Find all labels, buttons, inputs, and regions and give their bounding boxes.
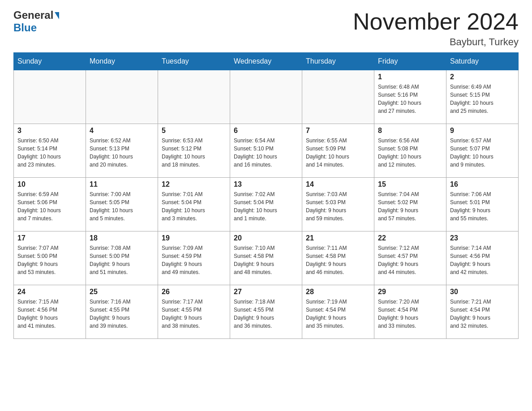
day-info: Sunrise: 6:52 AM Sunset: 5:13 PM Dayligh… [90,137,154,169]
day-number: 17 [17,234,82,242]
month-title: November 2024 [353,9,519,34]
day-info: Sunrise: 7:19 AM Sunset: 4:54 PM Dayligh… [306,298,370,330]
day-info: Sunrise: 7:06 AM Sunset: 5:01 PM Dayligh… [450,190,515,223]
calendar-cell [158,70,230,124]
day-number: 16 [450,180,515,188]
day-info: Sunrise: 7:07 AM Sunset: 5:00 PM Dayligh… [17,244,82,276]
weekday-header-monday: Monday [86,53,158,70]
day-info: Sunrise: 7:15 AM Sunset: 4:56 PM Dayligh… [17,298,82,330]
day-number: 9 [450,127,515,135]
day-number: 25 [90,288,154,296]
day-info: Sunrise: 6:53 AM Sunset: 5:12 PM Dayligh… [162,137,226,169]
calendar-cell: 17Sunrise: 7:07 AM Sunset: 5:00 PM Dayli… [14,231,86,285]
logo-general-text: General [13,9,53,21]
calendar-cell: 22Sunrise: 7:12 AM Sunset: 4:57 PM Dayli… [374,231,446,285]
calendar-cell: 7Sunrise: 6:55 AM Sunset: 5:09 PM Daylig… [302,124,374,178]
day-info: Sunrise: 7:21 AM Sunset: 4:54 PM Dayligh… [450,298,515,330]
day-number: 19 [162,234,226,242]
day-info: Sunrise: 7:01 AM Sunset: 5:04 PM Dayligh… [162,190,226,223]
day-number: 18 [90,234,154,242]
logo-blue-text: Blue [13,21,37,34]
day-number: 27 [234,288,298,296]
day-number: 30 [450,288,515,296]
calendar-cell: 15Sunrise: 7:04 AM Sunset: 5:02 PM Dayli… [374,178,446,231]
day-number: 5 [162,127,226,135]
day-info: Sunrise: 6:50 AM Sunset: 5:14 PM Dayligh… [17,137,82,169]
day-info: Sunrise: 7:16 AM Sunset: 4:55 PM Dayligh… [90,298,154,330]
day-number: 20 [234,234,298,242]
calendar-cell [230,70,302,124]
weekday-header-saturday: Saturday [446,53,519,70]
calendar-cell: 13Sunrise: 7:02 AM Sunset: 5:04 PM Dayli… [230,178,302,231]
calendar-cell: 11Sunrise: 7:00 AM Sunset: 5:05 PM Dayli… [86,178,158,231]
calendar-week-row: 17Sunrise: 7:07 AM Sunset: 5:00 PM Dayli… [14,231,519,285]
calendar-week-row: 10Sunrise: 6:59 AM Sunset: 5:06 PM Dayli… [14,178,519,231]
weekday-header-tuesday: Tuesday [158,53,230,70]
day-info: Sunrise: 6:48 AM Sunset: 5:16 PM Dayligh… [378,83,442,115]
day-info: Sunrise: 7:20 AM Sunset: 4:54 PM Dayligh… [378,298,442,330]
calendar-cell: 6Sunrise: 6:54 AM Sunset: 5:10 PM Daylig… [230,124,302,178]
day-number: 22 [378,234,442,242]
day-info: Sunrise: 6:56 AM Sunset: 5:08 PM Dayligh… [378,137,442,169]
calendar-cell: 20Sunrise: 7:10 AM Sunset: 4:58 PM Dayli… [230,231,302,285]
calendar-cell: 18Sunrise: 7:08 AM Sunset: 5:00 PM Dayli… [86,231,158,285]
day-number: 14 [306,180,370,188]
calendar-cell: 30Sunrise: 7:21 AM Sunset: 4:54 PM Dayli… [446,285,519,339]
day-info: Sunrise: 7:18 AM Sunset: 4:55 PM Dayligh… [234,298,298,330]
day-number: 12 [162,180,226,188]
calendar-cell: 5Sunrise: 6:53 AM Sunset: 5:12 PM Daylig… [158,124,230,178]
page-header: General Blue November 2024 Bayburt, Turk… [13,9,519,48]
day-number: 4 [90,127,154,135]
calendar-cell: 4Sunrise: 6:52 AM Sunset: 5:13 PM Daylig… [86,124,158,178]
calendar-cell: 27Sunrise: 7:18 AM Sunset: 4:55 PM Dayli… [230,285,302,339]
calendar-cell: 9Sunrise: 6:57 AM Sunset: 5:07 PM Daylig… [446,124,519,178]
calendar-cell: 25Sunrise: 7:16 AM Sunset: 4:55 PM Dayli… [86,285,158,339]
day-number: 15 [378,180,442,188]
calendar-cell: 8Sunrise: 6:56 AM Sunset: 5:08 PM Daylig… [374,124,446,178]
day-number: 28 [306,288,370,296]
day-number: 2 [450,73,515,81]
weekday-header-sunday: Sunday [14,53,86,70]
calendar-cell: 14Sunrise: 7:03 AM Sunset: 5:03 PM Dayli… [302,178,374,231]
calendar-cell: 24Sunrise: 7:15 AM Sunset: 4:56 PM Dayli… [14,285,86,339]
calendar-cell: 16Sunrise: 7:06 AM Sunset: 5:01 PM Dayli… [446,178,519,231]
day-number: 8 [378,127,442,135]
calendar-cell: 10Sunrise: 6:59 AM Sunset: 5:06 PM Dayli… [14,178,86,231]
calendar-cell: 29Sunrise: 7:20 AM Sunset: 4:54 PM Dayli… [374,285,446,339]
calendar-cell [14,70,86,124]
calendar-table: SundayMondayTuesdayWednesdayThursdayFrid… [13,52,519,339]
weekday-header-wednesday: Wednesday [230,53,302,70]
title-section: November 2024 Bayburt, Turkey [353,9,519,48]
day-info: Sunrise: 6:59 AM Sunset: 5:06 PM Dayligh… [17,190,82,223]
day-info: Sunrise: 7:03 AM Sunset: 5:03 PM Dayligh… [306,190,370,223]
day-number: 13 [234,180,298,188]
day-info: Sunrise: 7:10 AM Sunset: 4:58 PM Dayligh… [234,244,298,276]
calendar-cell: 3Sunrise: 6:50 AM Sunset: 5:14 PM Daylig… [14,124,86,178]
day-info: Sunrise: 6:49 AM Sunset: 5:15 PM Dayligh… [450,83,515,115]
day-number: 24 [17,288,82,296]
day-number: 29 [378,288,442,296]
day-number: 26 [162,288,226,296]
day-number: 11 [90,180,154,188]
weekday-header-friday: Friday [374,53,446,70]
day-number: 1 [378,73,442,81]
logo-triangle-icon [55,12,59,19]
day-info: Sunrise: 7:02 AM Sunset: 5:04 PM Dayligh… [234,190,298,223]
day-number: 23 [450,234,515,242]
logo: General Blue [13,9,59,34]
day-info: Sunrise: 7:14 AM Sunset: 4:56 PM Dayligh… [450,244,515,276]
location-title: Bayburt, Turkey [353,36,519,48]
day-number: 6 [234,127,298,135]
calendar-cell [302,70,374,124]
day-info: Sunrise: 6:54 AM Sunset: 5:10 PM Dayligh… [234,137,298,169]
day-number: 10 [17,180,82,188]
calendar-week-row: 24Sunrise: 7:15 AM Sunset: 4:56 PM Dayli… [14,285,519,339]
calendar-cell: 1Sunrise: 6:48 AM Sunset: 5:16 PM Daylig… [374,70,446,124]
day-info: Sunrise: 7:11 AM Sunset: 4:58 PM Dayligh… [306,244,370,276]
calendar-header-row: SundayMondayTuesdayWednesdayThursdayFrid… [14,53,519,70]
day-info: Sunrise: 7:17 AM Sunset: 4:55 PM Dayligh… [162,298,226,330]
day-number: 3 [17,127,82,135]
day-info: Sunrise: 7:04 AM Sunset: 5:02 PM Dayligh… [378,190,442,223]
day-info: Sunrise: 7:00 AM Sunset: 5:05 PM Dayligh… [90,190,154,223]
day-info: Sunrise: 6:57 AM Sunset: 5:07 PM Dayligh… [450,137,515,169]
